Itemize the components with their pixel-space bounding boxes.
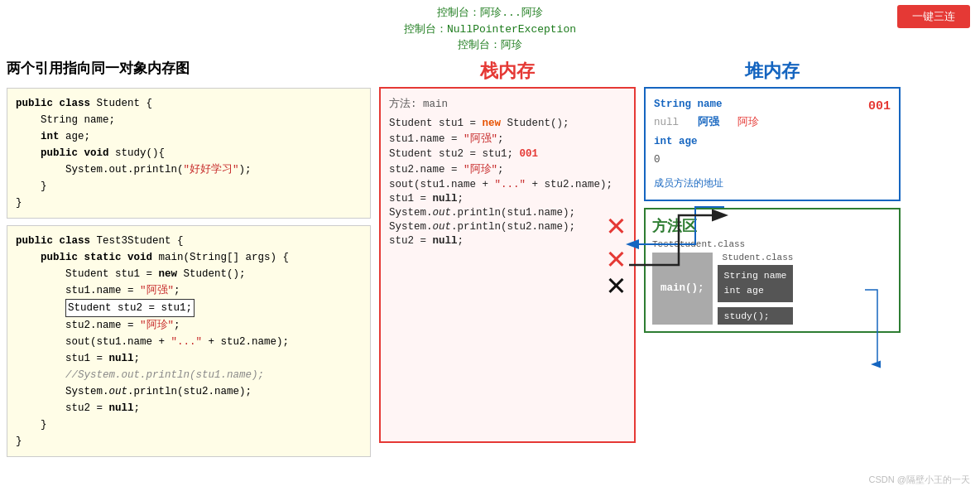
stack-line-5: sout(stu1.name + "..." + stu2.name); — [389, 179, 626, 190]
heap-student-box: String name 001 null 阿强 阿珍 int age 0 成员方… — [644, 87, 901, 202]
stack-method-label: 方法: main — [389, 97, 626, 111]
console-area: 控制台：阿珍...阿珍 控制台：NullPointerException 控制台… — [0, 0, 980, 57]
code-box-test3student: public class Test3Student { public stati… — [7, 225, 371, 457]
cross-red-1: ✕ — [607, 211, 626, 243]
method-inner-layout: main(); Student.class String nameint age… — [652, 253, 892, 325]
stack-line-9: stu2 = null; — [389, 235, 626, 247]
console-line-1: 控制台：阿珍...阿珍 — [0, 5, 980, 22]
right-panel: 堆内存 String name 001 null 阿强 阿珍 int age 0… — [644, 59, 901, 457]
stack-line-7: System.out.println(stu1.name); — [389, 207, 626, 219]
left-title: 两个引用指向同一对象内存图 — [7, 59, 371, 78]
console-line-2: 控制台：NullPointerException — [0, 22, 980, 38]
heap-name-values: null 阿强 阿珍 — [654, 113, 891, 132]
subscribe-button[interactable]: 一键三连 — [897, 5, 970, 28]
watermark: CSDN @隔壁小王的一天 — [869, 474, 970, 486]
stack-line-1: Student stu1 = new Student(); — [389, 118, 626, 129]
left-panel: 两个引用指向同一对象内存图 public class Student { Str… — [7, 59, 371, 457]
main-method-box: main(); — [652, 253, 713, 325]
main-layout: 两个引用指向同一对象内存图 public class Student { Str… — [0, 59, 980, 457]
cross-black-1: ✕ — [607, 271, 626, 302]
heap-age-label: int age — [654, 132, 891, 152]
student-class-section: Student.class String nameint age study()… — [718, 253, 794, 325]
stack-line-4: stu2.name = "阿珍"; — [389, 162, 626, 176]
console-line-3: 控制台：阿珍 — [0, 37, 980, 54]
student-class-label: Student.class — [718, 253, 794, 262]
stack-line-8: System.out.println(stu2.name); — [389, 221, 626, 233]
stack-line-3: Student stu2 = stu1; 001 — [389, 148, 626, 160]
heap-name-zhen: 阿珍 — [737, 117, 759, 128]
heap-name-strong: 阿强 — [698, 117, 719, 128]
heap-id-value: 001 — [868, 95, 891, 118]
method-area-title: 方法区 — [652, 216, 892, 236]
stack-line-6: stu1 = null; — [389, 193, 626, 205]
heap-method-addr: 成员方法的地址 — [654, 175, 891, 194]
code-box-student: public class Student { String name; int … — [7, 88, 371, 219]
stack-line-2: stu1.name = "阿强"; — [389, 132, 626, 146]
heap-age-value: 0 — [654, 151, 891, 170]
student-study-box: study(); — [718, 307, 794, 325]
stack-title: 栈内存 — [379, 59, 636, 84]
student-fields-box: String nameint age — [718, 265, 794, 302]
teststudent-label: TestStudent.class — [652, 239, 892, 249]
heap-id: String name 001 — [654, 95, 891, 114]
middle-panel: 栈内存 方法: main Student stu1 = new Student(… — [379, 59, 636, 457]
stack-box: 方法: main Student stu1 = new Student(); s… — [379, 87, 636, 443]
heap-title: 堆内存 — [644, 59, 901, 84]
method-area-box: 方法区 TestStudent.class main(); Student.cl… — [644, 208, 901, 333]
